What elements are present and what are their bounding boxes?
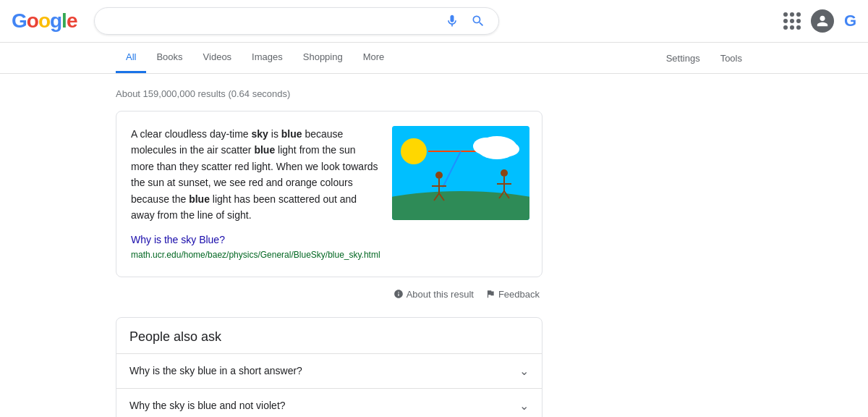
paa-question-2: Why the sky is blue and not violet? (129, 400, 286, 411)
tab-images[interactable]: Images (242, 43, 293, 73)
feedback-label-snippet: Feedback (498, 289, 540, 300)
svg-point-8 (501, 169, 508, 177)
paa-chevron-1: ⌄ (519, 364, 529, 378)
avatar[interactable] (811, 9, 834, 33)
svg-point-13 (435, 172, 443, 179)
paa-question-1: Why is the sky blue in a short answer? (129, 365, 302, 376)
paa-chevron-2: ⌄ (519, 399, 529, 413)
paa-item-2[interactable]: Why the sky is blue and not violet? ⌄ (116, 388, 542, 417)
about-result-label: About this result (407, 289, 474, 300)
apps-dot (790, 12, 794, 17)
people-also-ask-section: People also ask Why is the sky blue in a… (116, 317, 542, 417)
svg-point-2 (401, 138, 427, 164)
about-result-button[interactable]: About this result (393, 289, 474, 300)
tab-all[interactable]: All (116, 43, 146, 73)
search-input[interactable]: why is the sky blue (105, 14, 436, 28)
svg-point-7 (496, 142, 519, 156)
snippet-text-content: A clear cloudless day-time sky is blue b… (131, 128, 378, 221)
search-icon (471, 14, 485, 28)
search-results: About 159,000,000 results (0.64 seconds)… (116, 88, 542, 417)
paa-item-1[interactable]: Why is the sky blue in a short answer? ⌄ (116, 353, 542, 388)
header: Google why is the sky blue (0, 0, 868, 43)
header-right: G (783, 9, 856, 33)
sky-diagram-svg (392, 126, 529, 220)
feedback-button-snippet[interactable]: Feedback (485, 289, 540, 300)
flag-icon (485, 289, 495, 299)
google-account-icon[interactable]: G (844, 12, 856, 30)
featured-snippet: A clear cloudless day-time sky is blue b… (116, 111, 542, 277)
main-content: About 159,000,000 results (0.64 seconds)… (0, 74, 868, 417)
settings-link[interactable]: Settings (656, 44, 710, 72)
tab-books[interactable]: Books (146, 43, 192, 73)
apps-dot (790, 25, 794, 30)
info-icon (393, 289, 404, 299)
snippet-footer: About this result Feedback (116, 283, 542, 306)
snippet-text: A clear cloudless day-time sky is blue b… (131, 126, 380, 262)
person-icon (816, 14, 829, 28)
search-bar: why is the sky blue (94, 7, 499, 35)
apps-dot (783, 12, 788, 17)
apps-dot (783, 25, 788, 30)
mic-button[interactable] (442, 14, 462, 28)
google-logo[interactable]: Google (12, 9, 77, 33)
tools-link[interactable]: Tools (710, 44, 752, 72)
snippet-url: math.ucr.edu/home/baez/physics/General/B… (131, 248, 380, 262)
mic-icon (445, 14, 459, 28)
results-count: About 159,000,000 results (0.64 seconds) (116, 88, 542, 99)
apps-dot (790, 19, 794, 23)
apps-dot (783, 19, 788, 23)
snippet-link: Why is the sky Blue? math.ucr.edu/home/b… (131, 232, 380, 262)
svg-point-1 (392, 191, 529, 220)
tab-videos[interactable]: Videos (193, 43, 242, 73)
nav-tabs: All Books Videos Images Shopping More Se… (0, 43, 868, 74)
tab-shopping[interactable]: Shopping (293, 43, 353, 73)
snippet-title-link[interactable]: Why is the sky Blue? (131, 234, 225, 245)
apps-dot (796, 12, 801, 17)
paa-title: People also ask (116, 318, 542, 353)
apps-button[interactable] (783, 12, 801, 30)
svg-point-6 (473, 138, 499, 155)
apps-dot (796, 25, 801, 30)
search-button[interactable] (468, 14, 488, 28)
snippet-image (392, 126, 529, 220)
apps-dot (796, 19, 801, 23)
tab-more[interactable]: More (353, 43, 395, 73)
